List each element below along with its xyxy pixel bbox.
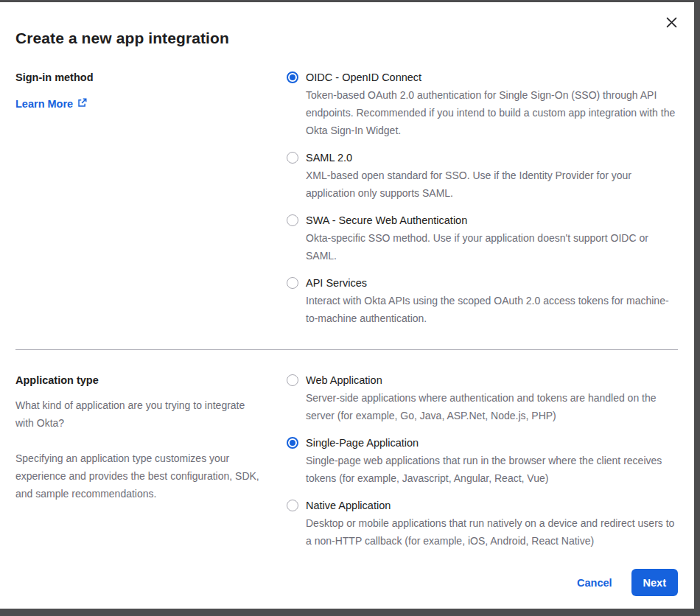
option-label: Native Application bbox=[306, 497, 391, 514]
option-label: OIDC - OpenID Connect bbox=[306, 69, 421, 86]
option-description: Server-side applications where authentic… bbox=[306, 389, 678, 424]
learn-more-label: Learn More bbox=[15, 98, 73, 110]
create-app-integration-dialog: Create a new app integration Sign-in met… bbox=[0, 2, 694, 609]
option-description: Interact with Okta APIs using the scoped… bbox=[306, 292, 678, 327]
radio-option-api-services: API Services Interact with Okta APIs usi… bbox=[287, 274, 678, 327]
option-label: SAML 2.0 bbox=[306, 149, 352, 167]
radio-option-swa-control[interactable]: SWA - Secure Web Authentication bbox=[287, 211, 678, 229]
option-description: Okta-specific SSO method. Use if your ap… bbox=[306, 229, 678, 265]
radio-option-oidc: OIDC - OpenID Connect Token-based OAuth … bbox=[287, 69, 678, 139]
option-label: Web Application bbox=[306, 371, 382, 389]
sign-in-method-label: Sign-in method bbox=[15, 69, 266, 86]
radio-selected-icon[interactable] bbox=[287, 437, 298, 449]
sign-in-method-section: Sign-in method Learn More OIDC - OpenID … bbox=[15, 69, 678, 327]
application-type-section: Application type What kind of applicatio… bbox=[15, 371, 678, 550]
application-type-question: What kind of application are you trying … bbox=[15, 396, 266, 432]
radio-unselected-icon[interactable] bbox=[287, 374, 298, 386]
radio-option-saml-control[interactable]: SAML 2.0 bbox=[287, 149, 678, 167]
radio-option-web-application-control[interactable]: Web Application bbox=[287, 371, 678, 389]
radio-unselected-icon[interactable] bbox=[287, 277, 298, 289]
radio-option-native-application: Native Application Desktop or mobile app… bbox=[287, 497, 678, 550]
radio-option-swa: SWA - Secure Web Authentication Okta-spe… bbox=[287, 211, 678, 265]
radio-option-single-page-application: Single-Page Application Single-page web … bbox=[287, 434, 678, 487]
application-type-help-text: Specifying an application type customize… bbox=[15, 449, 266, 503]
close-icon bbox=[666, 17, 677, 30]
cancel-button[interactable]: Cancel bbox=[577, 577, 612, 589]
radio-unselected-icon[interactable] bbox=[287, 214, 298, 226]
radio-unselected-icon[interactable] bbox=[287, 152, 298, 164]
radio-option-api-services-control[interactable]: API Services bbox=[287, 274, 678, 292]
radio-option-web-application: Web Application Server-side applications… bbox=[287, 371, 678, 424]
option-description: XML-based open standard for SSO. Use if … bbox=[306, 167, 678, 202]
option-description: Single-page web applications that run in… bbox=[306, 452, 678, 487]
option-label: SWA - Secure Web Authentication bbox=[306, 211, 467, 229]
dialog-footer: Cancel Next bbox=[15, 569, 678, 596]
external-link-icon bbox=[77, 98, 87, 110]
radio-option-oidc-control[interactable]: OIDC - OpenID Connect bbox=[287, 69, 678, 86]
learn-more-link[interactable]: Learn More bbox=[15, 98, 87, 110]
page-title: Create a new app integration bbox=[15, 29, 673, 47]
radio-selected-icon[interactable] bbox=[287, 71, 298, 83]
application-type-label: Application type bbox=[15, 371, 266, 389]
radio-option-native-application-control[interactable]: Native Application bbox=[287, 497, 678, 514]
next-button[interactable]: Next bbox=[631, 569, 678, 596]
radio-unselected-icon[interactable] bbox=[287, 500, 298, 511]
close-button[interactable] bbox=[663, 15, 679, 32]
option-description: Token-based OAuth 2.0 authentication for… bbox=[306, 86, 678, 139]
radio-option-saml: SAML 2.0 XML-based open standard for SSO… bbox=[287, 149, 678, 202]
radio-option-single-page-application-control[interactable]: Single-Page Application bbox=[287, 434, 678, 452]
option-description: Desktop or mobile applications that run … bbox=[306, 514, 678, 550]
section-divider bbox=[15, 349, 678, 350]
option-label: Single-Page Application bbox=[306, 434, 419, 452]
option-label: API Services bbox=[306, 274, 367, 292]
